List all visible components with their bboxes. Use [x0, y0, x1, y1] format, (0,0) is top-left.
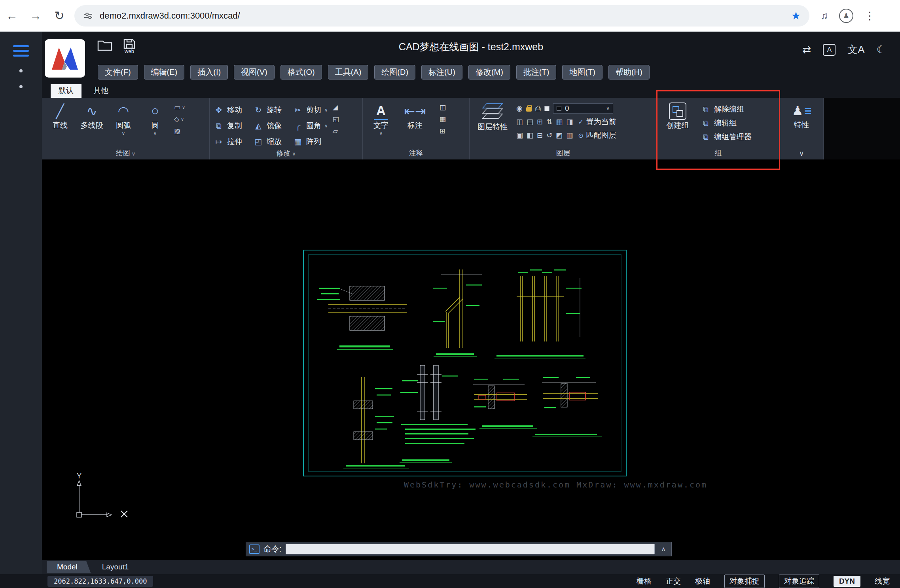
text-tool-button[interactable]: A 文字 ∨ [367, 102, 395, 148]
dimension-tool-button[interactable]: ⇤⇥ 标注 [401, 102, 429, 148]
modify-tool-button[interactable]: ◰ 缩放 [253, 136, 285, 148]
menu-item[interactable]: 批注(T) [516, 65, 557, 80]
annotate-mini-button[interactable]: ▦ [440, 115, 446, 123]
properties-button[interactable]: ♟ [792, 102, 811, 120]
chevron-down-icon[interactable]: ∨ [182, 105, 185, 110]
layer-tool-icon[interactable]: ⊞ [537, 118, 543, 126]
modify-mini-button[interactable]: ◢ [333, 103, 339, 112]
group-tool-button[interactable]: ⧉ 解除编组 [701, 104, 752, 114]
group-label-modify[interactable]: 修改∨ [210, 148, 362, 158]
create-group-button[interactable]: 创建组 [661, 102, 694, 148]
chevron-down-icon[interactable]: ∨ [324, 123, 328, 129]
draw-tool-button[interactable]: ◠ 圆弧 ∨ [109, 102, 138, 148]
toggle-object-track[interactable]: 对象追踪 [779, 575, 819, 588]
swap-icon[interactable]: ⇄ [803, 44, 811, 56]
menu-item[interactable]: 视图(V) [234, 65, 275, 80]
layer-color-chip[interactable] [544, 106, 549, 111]
layer-tool-icon[interactable]: ↺ [546, 131, 552, 140]
modify-tool-button[interactable]: ▦ 阵列 [293, 136, 328, 148]
chevron-down-icon[interactable]: ∨ [379, 131, 383, 136]
tab-layout1[interactable]: Layout1 [92, 561, 139, 573]
draw-mini-button[interactable]: ◇ ∨ [174, 115, 185, 123]
menu-item[interactable]: 文件(F) [98, 65, 138, 80]
tab-model[interactable]: Model [47, 561, 91, 573]
forward-button[interactable]: → [24, 9, 47, 23]
match-layer-button[interactable]: ⊙ 匹配图层 [578, 130, 616, 140]
tab-other[interactable]: 其他 [85, 83, 116, 98]
ai-icon[interactable]: A [823, 44, 836, 56]
modify-mini-button[interactable]: ◱ [333, 115, 339, 123]
layer-visibility-eye-icon[interactable]: ◉ [516, 104, 523, 113]
menu-item[interactable]: 绘图(D) [374, 65, 415, 80]
modify-tool-button[interactable]: ✥ 移动 [214, 104, 245, 116]
chevron-down-icon[interactable]: ∨ [122, 131, 125, 136]
modify-mini-button[interactable]: ▱ [333, 127, 339, 135]
modify-tool-button[interactable]: ◭ 镜像 [253, 120, 285, 132]
group-tool-button[interactable]: ⧉ 编辑组 [701, 118, 752, 128]
command-collapse-chevron[interactable]: ∧ [659, 545, 668, 553]
bookmark-star-icon[interactable]: ★ [791, 9, 801, 22]
group-label-draw[interactable]: 绘图∨ [42, 148, 209, 158]
chevron-down-icon[interactable]: ∨ [606, 106, 610, 111]
annotate-mini-button[interactable]: ◫ [440, 103, 446, 112]
draw-tool-button[interactable]: ○ 圆 ∨ [141, 102, 169, 148]
hamburger-menu-icon[interactable] [13, 45, 29, 57]
menu-item[interactable]: 工具(A) [328, 65, 369, 80]
menu-item[interactable]: 编辑(E) [144, 65, 185, 80]
layer-tool-icon[interactable]: ◫ [516, 118, 523, 126]
command-input[interactable] [286, 544, 655, 554]
layer-tool-icon[interactable]: ⊟ [537, 131, 543, 140]
browser-menu-icon[interactable]: ⋮ [864, 9, 875, 22]
modify-tool-button[interactable]: ✂ 剪切 ∨ [293, 104, 328, 116]
modify-tool-button[interactable]: ╭ 圆角 ∨ [293, 120, 328, 132]
properties-expand-chevron[interactable]: ∨ [780, 149, 823, 158]
layer-tool-icon[interactable]: ▦ [556, 118, 563, 126]
menu-item[interactable]: 插入(I) [190, 65, 228, 80]
theme-moon-icon[interactable]: ☾ [877, 44, 886, 56]
menu-item[interactable]: 标注(U) [421, 65, 462, 80]
toggle-ortho[interactable]: 正交 [666, 576, 681, 586]
menu-item[interactable]: 格式(O) [280, 65, 322, 80]
layer-tool-icon[interactable]: ▣ [516, 131, 523, 140]
toggle-dyn[interactable]: DYN [834, 576, 860, 587]
address-bar[interactable]: demo2.mxdraw3d.com:3000/mxcad/ ★ [74, 5, 809, 27]
layer-tool-icon[interactable]: ▤ [527, 118, 533, 126]
layer-tool-icon[interactable]: ◩ [556, 131, 563, 140]
chevron-down-icon[interactable]: ∨ [153, 131, 157, 136]
layer-tool-icon[interactable]: ◨ [566, 118, 573, 126]
modify-tool-button[interactable]: ↻ 旋转 [253, 104, 285, 116]
group-tool-button[interactable]: ⧉ 编组管理器 [701, 132, 752, 142]
menu-item[interactable]: 地图(T) [562, 65, 603, 80]
draw-mini-button[interactable]: ▭ ∨ [174, 103, 185, 112]
site-settings-icon[interactable] [83, 11, 93, 21]
modify-tool-button[interactable]: ↦ 拉伸 [214, 136, 245, 148]
set-current-layer-button[interactable]: ✓ 置为当前 [578, 117, 616, 127]
menu-item[interactable]: 修改(M) [468, 65, 510, 80]
draw-tool-button[interactable]: ∿ 多线段 [78, 102, 106, 148]
layer-print-icon[interactable]: ⎙ [535, 104, 541, 113]
translate-icon[interactable]: 文A [847, 43, 864, 57]
tab-default[interactable]: 默认 [51, 83, 81, 98]
reload-button[interactable]: ↻ [47, 9, 71, 23]
toggle-polar[interactable]: 极轴 [695, 576, 710, 586]
url-text[interactable]: demo2.mxdraw3d.com:3000/mxcad/ [100, 11, 791, 21]
toggle-grid[interactable]: 栅格 [637, 576, 652, 586]
profile-avatar[interactable]: ♟ [839, 9, 853, 23]
menu-item[interactable]: 帮助(H) [608, 65, 650, 80]
toggle-lineweight[interactable]: 线宽 [875, 576, 890, 586]
layer-select[interactable]: 0 ∨ [553, 103, 613, 114]
layer-lock-icon[interactable] [526, 107, 532, 112]
media-controls-icon[interactable]: ♫ [820, 10, 828, 21]
draw-tool-button[interactable]: ╱ 直线 [46, 102, 74, 148]
modify-tool-button[interactable]: ⧉ 复制 [214, 120, 245, 132]
layer-properties-button[interactable]: 图层特性 [474, 102, 512, 148]
toggle-object-snap[interactable]: 对象捕捉 [724, 575, 765, 588]
layer-tool-icon[interactable]: ◧ [527, 131, 533, 140]
chevron-down-icon[interactable]: ∨ [324, 107, 328, 113]
back-button[interactable]: ← [0, 9, 24, 23]
annotate-mini-button[interactable]: ⊞ [440, 127, 446, 135]
draw-mini-button[interactable]: ▨ [174, 127, 185, 135]
drawing-canvas[interactable]: WebSdkTry: www.webcadsdk.com MxDraw: www… [42, 159, 900, 560]
layer-tool-icon[interactable]: ▥ [566, 131, 573, 140]
chevron-down-icon[interactable]: ∨ [181, 117, 184, 122]
